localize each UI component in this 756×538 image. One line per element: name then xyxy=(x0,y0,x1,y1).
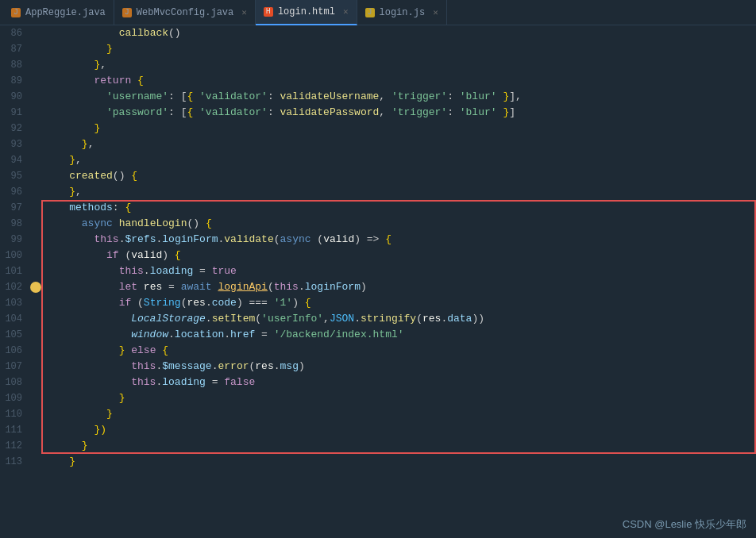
fold-87 xyxy=(32,41,41,57)
code-editor: 86 callback() 87 } 88 }, xyxy=(0,25,756,538)
tab-close-loginhtml[interactable]: ✕ xyxy=(343,6,349,17)
html-icon: H xyxy=(264,7,273,17)
line-number-89: 89 xyxy=(0,73,32,89)
line-number-105: 105 xyxy=(0,327,32,343)
fold-86 xyxy=(32,25,41,41)
code-line-101: 101 this.loading = true xyxy=(0,263,756,279)
tab-webmvcconfig[interactable]: J WebMvcConfig.java ✕ xyxy=(114,0,256,25)
code-line-110: 110 } xyxy=(0,406,756,422)
code-line-112: 112 } xyxy=(0,438,756,454)
line-number-86: 86 xyxy=(0,25,32,41)
fold-113 xyxy=(32,454,41,470)
line-number-113: 113 xyxy=(0,454,32,470)
line-content-106: } else { xyxy=(41,343,756,359)
fold-98 xyxy=(32,216,41,232)
line-content-107: this.$message.error(res.msg) xyxy=(41,359,756,375)
code-line-113: 113 } xyxy=(0,454,756,470)
line-content-105: window.location.href = '/backend/index.h… xyxy=(41,327,756,343)
line-number-90: 90 xyxy=(0,89,32,105)
tab-label-loginjs: login.js xyxy=(380,7,426,18)
line-number-92: 92 xyxy=(0,121,32,136)
line-content-110: } xyxy=(41,406,756,422)
js-icon: J xyxy=(365,8,375,17)
line-number-94: 94 xyxy=(0,152,32,168)
fold-106 xyxy=(32,343,41,359)
java-icon: J xyxy=(11,8,21,17)
tab-label-webmvcconfig: WebMvcConfig.java xyxy=(137,7,233,18)
fold-92 xyxy=(32,121,41,136)
code-line-100: 100 if (valid) { xyxy=(0,248,756,263)
bookmark-icon-102 xyxy=(30,282,41,293)
line-number-93: 93 xyxy=(0,136,32,152)
line-number-102: 102 xyxy=(0,279,32,295)
line-content-94: }, xyxy=(41,152,756,168)
fold-96 xyxy=(32,184,41,200)
line-number-96: 96 xyxy=(0,184,32,200)
code-line-90: 90 'username': [{ 'validator': validateU… xyxy=(0,89,756,105)
line-number-97: 97 xyxy=(0,200,32,216)
line-content-90: 'username': [{ 'validator': validateUser… xyxy=(41,89,756,105)
fold-108 xyxy=(32,375,41,390)
fold-94 xyxy=(32,152,41,168)
tab-appreggie[interactable]: J AppReggie.java xyxy=(3,0,114,25)
code-line-86: 86 callback() xyxy=(0,25,756,41)
line-number-100: 100 xyxy=(0,248,32,263)
line-number-110: 110 xyxy=(0,406,32,422)
fold-111 xyxy=(32,422,41,438)
code-line-103: 103 if (String(res.code) === '1') { xyxy=(0,295,756,311)
fold-101 xyxy=(32,263,41,279)
line-content-86: callback() xyxy=(41,25,756,41)
code-line-106: 106 } else { xyxy=(0,343,756,359)
code-line-89: 89 return { xyxy=(0,73,756,89)
code-line-87: 87 } xyxy=(0,41,756,57)
code-line-108: 108 this.loading = false xyxy=(0,375,756,390)
fold-99 xyxy=(32,232,41,248)
line-number-111: 111 xyxy=(0,422,32,438)
line-content-103: if (String(res.code) === '1') { xyxy=(41,295,756,311)
line-content-102: let res = await loginApi(this.loginForm) xyxy=(41,279,756,295)
line-number-108: 108 xyxy=(0,375,32,390)
line-content-112: } xyxy=(41,438,756,454)
tab-label-appreggie: AppReggie.java xyxy=(25,7,106,18)
code-line-102: 102 let res = await loginApi(this.loginF… xyxy=(0,279,756,295)
line-content-91: 'password': [{ 'validator': validatePass… xyxy=(41,105,756,121)
tab-loginjs[interactable]: J login.js ✕ xyxy=(357,0,447,25)
tab-loginhtml[interactable]: H login.html ✕ xyxy=(256,0,357,25)
fold-95 xyxy=(32,168,41,184)
line-content-101: this.loading = true xyxy=(41,263,756,279)
line-number-109: 109 xyxy=(0,390,32,406)
line-content-89: return { xyxy=(41,73,756,89)
watermark: CSDN @Leslie 快乐少年郎 xyxy=(623,517,746,532)
code-line-98: 98 async handleLogin() { xyxy=(0,216,756,232)
line-number-103: 103 xyxy=(0,295,32,311)
highlight-region: 97 methods: { 98 async handleLogin() { 9… xyxy=(0,200,756,454)
tab-close-loginjs[interactable]: ✕ xyxy=(433,7,438,17)
tab-label-loginhtml: login.html xyxy=(278,6,335,17)
code-line-95: 95 created() { xyxy=(0,168,756,184)
line-content-92: } xyxy=(41,121,756,136)
line-number-98: 98 xyxy=(0,216,32,232)
code-line-111: 111 }) xyxy=(0,422,756,438)
fold-91 xyxy=(32,105,41,121)
fold-110 xyxy=(32,406,41,422)
code-wrapper: 86 callback() 87 } 88 }, xyxy=(0,25,756,538)
line-content-95: created() { xyxy=(41,168,756,184)
line-number-87: 87 xyxy=(0,41,32,57)
line-number-107: 107 xyxy=(0,359,32,375)
tab-close-webmvcconfig[interactable]: ✕ xyxy=(241,7,247,17)
line-content-111: }) xyxy=(41,422,756,438)
fold-103 xyxy=(32,295,41,311)
fold-107 xyxy=(32,359,41,375)
line-number-112: 112 xyxy=(0,438,32,454)
line-number-104: 104 xyxy=(0,311,32,327)
line-number-99: 99 xyxy=(0,232,32,248)
line-content-93: }, xyxy=(41,136,756,152)
code-line-97: 97 methods: { xyxy=(0,200,756,216)
code-line-91: 91 'password': [{ 'validator': validateP… xyxy=(0,105,756,121)
fold-89 xyxy=(32,73,41,89)
fold-109 xyxy=(32,390,41,406)
line-number-101: 101 xyxy=(0,263,32,279)
code-line-94: 94 }, xyxy=(0,152,756,168)
code-line-96: 96 }, xyxy=(0,184,756,200)
code-line-109: 109 } xyxy=(0,390,756,406)
